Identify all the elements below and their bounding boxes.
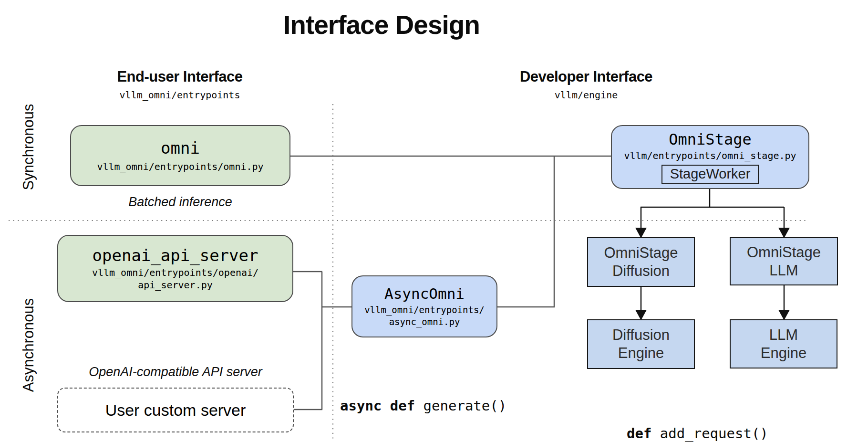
batched-inference-caption: Batched inference (70, 195, 290, 210)
async-methods-code: async def generate() async def abort() +… (340, 353, 540, 442)
omni-title: omni (161, 138, 200, 158)
end-user-interface-path: vllm_omni/entrypoints (61, 89, 299, 101)
page-title: Interface Design (229, 10, 534, 40)
node-openai-api-server: openai_api_server vllm_omni/entrypoints/… (57, 235, 293, 302)
row-label-asynchronous: Asynchronous (20, 298, 37, 392)
interface-design-diagram: Interface Design End-user Interface vllm… (0, 0, 868, 442)
node-user-custom-server: User custom server (57, 388, 294, 432)
end-user-interface-title: End-user Interface (61, 68, 299, 85)
asyncomni-path-line1: vllm_omni/entrypoints/ (364, 304, 485, 316)
stageworker-box: StageWorker (661, 165, 759, 184)
end-user-interface-header: End-user Interface vllm_omni/entrypoints (61, 68, 299, 101)
node-asyncomni: AsyncOmni vllm_omni/entrypoints/ async_o… (351, 275, 497, 337)
omnistage-diffusion-label: OmniStageDiffusion (604, 244, 678, 280)
asyncomni-path-line2: async_omni.py (389, 316, 460, 328)
omnistage-title: OmniStage (669, 130, 751, 148)
engine-methods-code: def add_request() def abort_request() de… (627, 381, 785, 442)
node-omni: omni vllm_omni/entrypoints/omni.py (70, 125, 290, 186)
node-diffusion-engine: DiffusionEngine (587, 319, 695, 369)
developer-interface-path: vllm/engine (467, 89, 705, 101)
openai-api-server-title: openai_api_server (93, 246, 258, 265)
node-omnistage: OmniStage vllm/entrypoints/omni_stage.py… (611, 125, 809, 189)
node-omnistage-diffusion: OmniStageDiffusion (587, 237, 695, 287)
omnistage-llm-label: OmniStageLLM (747, 243, 821, 280)
code-line: async def generate() (340, 395, 540, 416)
openai-compatible-caption: OpenAI-compatible API server (57, 365, 294, 379)
node-omnistage-llm: OmniStageLLM (730, 237, 838, 285)
row-label-synchronous: Synchronous (20, 104, 37, 190)
llm-engine-label: LLMEngine (761, 326, 807, 362)
asyncomni-title: AsyncOmni (384, 285, 465, 302)
openai-api-server-path-line1: vllm_omni/entrypoints/openai/ (92, 266, 258, 279)
node-llm-engine: LLMEngine (730, 319, 837, 368)
omnistage-path: vllm/entrypoints/omni_stage.py (624, 149, 796, 162)
developer-interface-header: Developer Interface vllm/engine (467, 68, 705, 101)
user-custom-server-label: User custom server (105, 401, 246, 420)
code-line: def add_request() (627, 423, 785, 442)
diffusion-engine-label: DiffusionEngine (612, 326, 670, 362)
developer-interface-title: Developer Interface (467, 68, 705, 85)
omni-path: vllm_omni/entrypoints/omni.py (97, 160, 263, 173)
openai-api-server-path-line2: api_server.py (138, 279, 213, 291)
